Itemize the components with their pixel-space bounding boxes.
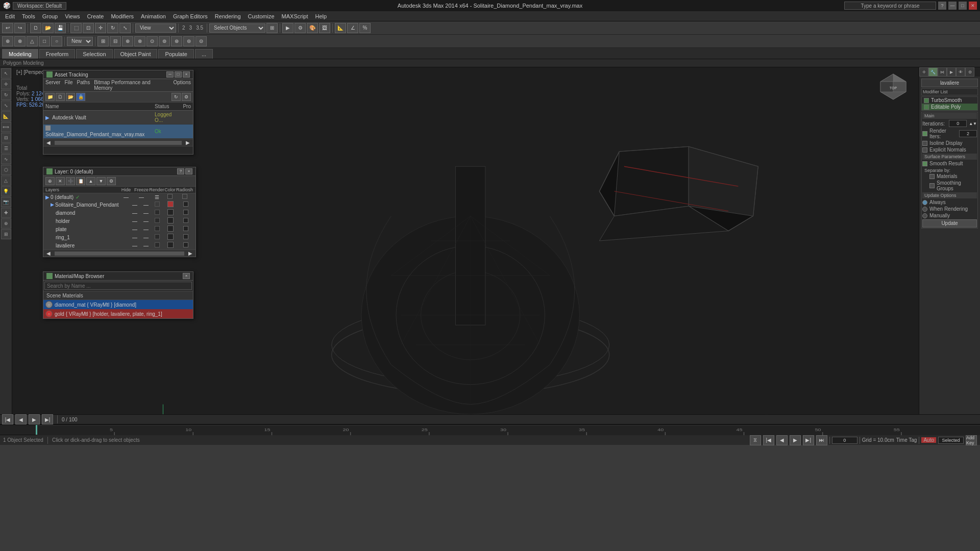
layer-expand-icon[interactable]: ▶ (45, 194, 50, 200)
rotate-button[interactable]: ↻ (107, 23, 118, 33)
left-tool-poly[interactable]: ⬡ (1, 165, 11, 175)
asset-tracking-scrollbar[interactable]: ◀ ▶ (43, 139, 193, 146)
rpanel-tab-modify[interactable]: 🔧 (928, 67, 938, 77)
list-item[interactable]: ○ gold { VRayMtl } [holder, lavaliere, p… (43, 309, 193, 318)
tool-btn-7[interactable]: ⊛ (171, 36, 182, 46)
anim-btn-2[interactable]: ◀ (776, 435, 788, 445)
menu-graph-editors[interactable]: Graph Editors (170, 12, 211, 20)
layer-btn-down[interactable]: ▼ (96, 177, 106, 185)
anim-btn-play[interactable]: ▶ (790, 435, 801, 445)
menu-rendering[interactable]: Rendering (212, 12, 244, 20)
material-search-input[interactable] (44, 282, 192, 290)
scroll-left-btn[interactable]: ◀ (43, 140, 54, 145)
material-browser-title-bar[interactable]: Material/Map Browser × (43, 272, 193, 281)
asset-tracking-maximize[interactable]: □ (175, 71, 182, 78)
layer-btn-select-all[interactable]: ⊕ (45, 177, 55, 185)
list-item[interactable]: ○ diamond_mat { VRayMtl } [diamond] (43, 300, 193, 309)
mode-btn-5[interactable]: ○ (51, 36, 62, 46)
tab-selection[interactable]: Selection (76, 49, 112, 59)
editable-poly-entry[interactable]: Editable Poly (922, 104, 977, 110)
select-filter-dropdown[interactable]: Select Objects (209, 23, 265, 33)
undo-button[interactable]: ↩ (2, 23, 13, 33)
left-tool-helper[interactable]: ✚ (1, 208, 11, 218)
select-by-name-button[interactable]: ⊞ (266, 23, 278, 33)
layer-btn-settings[interactable]: ⚙ (107, 177, 116, 185)
editable-poly-checkbox[interactable] (924, 105, 929, 110)
asset-tracking-title-bar[interactable]: Asset Tracking ─ □ × (43, 70, 193, 79)
list-item[interactable]: ▶ 0 (default) ✓ — — ☰ (43, 193, 195, 201)
tab-populate[interactable]: Populate (158, 49, 193, 59)
tool-btn-4[interactable]: ⊗ (134, 36, 145, 46)
left-tool-system[interactable]: ⊞ (1, 229, 11, 239)
always-radio[interactable] (922, 200, 927, 205)
layer-panel-close[interactable]: × (185, 168, 192, 174)
save-button[interactable]: 💾 (55, 23, 66, 33)
rpanel-tab-display[interactable]: 👁 (956, 67, 965, 77)
layer-btn-delete[interactable]: ✕ (56, 177, 65, 185)
list-item[interactable]: diamond — — (43, 209, 195, 217)
redo-button[interactable]: ↪ (14, 23, 26, 33)
turbosmouth-checkbox[interactable] (924, 98, 929, 103)
asset-tracking-minimize[interactable]: ─ (166, 71, 174, 78)
tool-btn-2[interactable]: ⊟ (110, 36, 121, 46)
search-bar[interactable]: Type a keyword or phrase (844, 2, 936, 10)
list-item[interactable]: lavaliere — — (43, 241, 195, 249)
left-tool-move[interactable]: ✛ (1, 79, 11, 89)
frame-input[interactable] (832, 437, 857, 444)
prev-frame-button[interactable]: ◀ (15, 414, 27, 424)
explicit-normals-checkbox[interactable] (922, 147, 927, 153)
table-row[interactable]: Solitaire_Diamond_Pendant_max_vray.max O… (43, 124, 193, 139)
tool-btn-8[interactable]: ⊜ (183, 36, 194, 46)
at-btn-3[interactable]: 📂 (66, 93, 75, 101)
menu-tools[interactable]: Tools (19, 12, 38, 20)
menu-customize[interactable]: Customize (245, 12, 278, 20)
menu-animation[interactable]: Animation (138, 12, 169, 20)
update-button[interactable]: Update (922, 219, 977, 228)
left-tool-snap[interactable]: 📐 (1, 111, 11, 121)
select-button[interactable]: ⬚ (70, 23, 82, 33)
mode-btn-3[interactable]: △ (27, 36, 38, 46)
render-settings-button[interactable]: ⚙ (295, 23, 306, 33)
layer-btn-add[interactable]: ➕ (66, 177, 75, 185)
snap-button[interactable]: 📐 (335, 23, 346, 33)
materials-checkbox[interactable] (929, 174, 935, 179)
left-tool-align[interactable]: ⊟ (1, 133, 11, 143)
left-tool-shapes[interactable]: △ (1, 176, 11, 186)
navicube[interactable]: TOP (878, 71, 909, 102)
isoline-checkbox[interactable] (922, 141, 927, 146)
new-dropdown[interactable]: New (67, 37, 93, 46)
turbosmouth-entry[interactable]: TurboSmooth (922, 97, 977, 104)
tool-btn-6[interactable]: ⊚ (159, 36, 170, 46)
layer-scroll-right[interactable]: ▶ (185, 251, 195, 256)
tab-freeform[interactable]: Freeform (39, 49, 76, 59)
mode-btn-1[interactable]: ⊕ (2, 36, 13, 46)
layer-panel-title-bar[interactable]: Layer: 0 (default) ? × (43, 167, 195, 176)
tool-btn-5[interactable]: ⊙ (146, 36, 158, 46)
render-iters-input[interactable] (959, 130, 977, 137)
left-tool-space[interactable]: ⊕ (1, 218, 11, 229)
rpanel-tab-utilities[interactable]: ⚙ (965, 67, 974, 77)
list-item[interactable]: plate — — (43, 225, 195, 233)
layer-expand-solitaire[interactable]: ▶ (51, 202, 54, 207)
selected-input[interactable] (938, 437, 964, 444)
next-frame-button[interactable]: ▶ (29, 414, 40, 424)
scale-button[interactable]: ⤡ (119, 23, 131, 33)
layer-btn-copy[interactable]: 📋 (76, 177, 85, 185)
material-editor-button[interactable]: 🎨 (307, 23, 318, 33)
tool-btn-9[interactable]: ⊝ (195, 36, 207, 46)
angle-snap-button[interactable]: ∠ (347, 23, 358, 33)
left-tool-curve[interactable]: ∿ (1, 154, 11, 164)
menu-file[interactable]: File (64, 80, 72, 91)
layer-scrollbar[interactable]: ◀ ▶ (43, 249, 195, 257)
select-region-button[interactable]: ⊡ (83, 23, 94, 33)
menu-help[interactable]: Help (312, 12, 330, 20)
anim-btn-1[interactable]: |◀ (763, 435, 774, 445)
menu-views[interactable]: Views (62, 12, 83, 20)
left-tool-select[interactable]: ↖ (1, 68, 11, 79)
table-row[interactable]: ▶ Autodesk Vault Logged O... (43, 111, 193, 124)
add-key-btn[interactable]: Add Key (966, 435, 977, 445)
menu-edit[interactable]: Edit (2, 12, 18, 20)
open-button[interactable]: 📂 (42, 23, 54, 33)
layer-btn-up[interactable]: ▲ (86, 177, 95, 185)
reference-coord-dropdown[interactable]: View World Screen (135, 23, 176, 33)
